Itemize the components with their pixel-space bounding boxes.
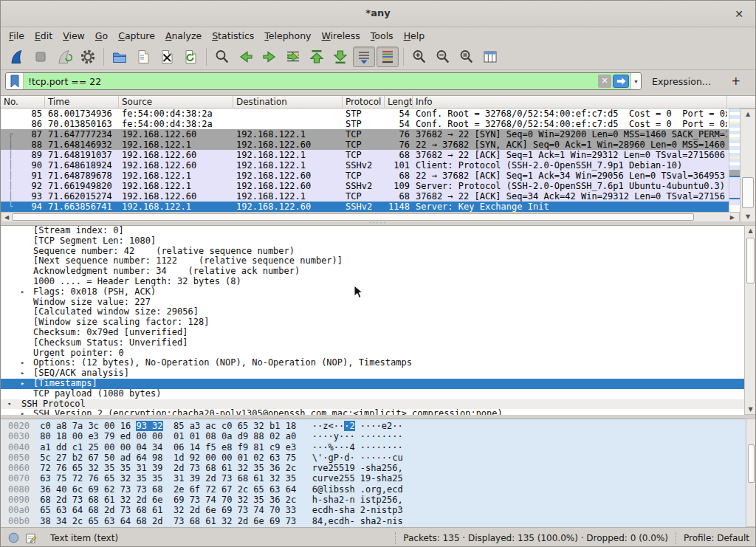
filter-apply-icon[interactable]	[613, 75, 629, 88]
colorize-icon[interactable]	[377, 47, 399, 67]
collapsed-icon[interactable]: ▸	[21, 368, 24, 379]
detail-line[interactable]: [Checksum Status: Unverified]	[1, 338, 755, 348]
hex-vscrollbar[interactable]	[746, 419, 756, 527]
packet-row-93[interactable]: 93│71.662015274192.168.122.60192.168.122…	[1, 191, 740, 202]
go-back-icon[interactable]	[235, 47, 257, 67]
intelligent-scrollbar-minimap[interactable]	[729, 109, 740, 212]
menu-item-capture[interactable]: Capture	[113, 29, 160, 43]
scroll-thumb[interactable]	[748, 444, 755, 483]
restart-capture-icon[interactable]	[53, 47, 75, 67]
hex-row[interactable]: 0080 36 40 6c 69 62 73 73 68 2e 6f 72 67…	[1, 484, 755, 495]
detail-line[interactable]: [TCP Segment Len: 1080]	[1, 236, 755, 247]
packet-row-92[interactable]: 92│71.661949820192.168.122.1192.168.122.…	[1, 181, 740, 191]
detail-line[interactable]: [Next sequence number: 1122 (relative se…	[1, 256, 755, 266]
profile-text[interactable]: Profile: Default	[684, 533, 749, 543]
expert-info-icon[interactable]	[8, 532, 19, 543]
filter-history-caret-icon[interactable]: ▾	[630, 73, 641, 89]
detail-line[interactable]: ▸[SEQ/ACK analysis]	[1, 368, 755, 379]
expanded-icon[interactable]: ▾	[7, 399, 11, 410]
scroll-thumb[interactable]	[746, 238, 755, 283]
menu-item-statistics[interactable]: Statistics	[207, 29, 259, 43]
column-header-protocol[interactable]: Protocol	[343, 96, 385, 108]
save-file-icon[interactable]	[132, 47, 154, 67]
resize-columns-icon[interactable]	[479, 47, 501, 67]
go-to-packet-icon[interactable]	[282, 47, 304, 67]
hex-row[interactable]: 0040 a1 dd c1 25 00 00 04 34 06 14 f5 e8…	[1, 442, 755, 453]
collapsed-icon[interactable]: ▸	[21, 409, 24, 415]
packet-row-89[interactable]: 89│71.648191037192.168.122.60192.168.122…	[1, 150, 740, 160]
close-file-icon[interactable]	[156, 47, 178, 67]
packet-row-91[interactable]: 91│71.648789678192.168.122.1192.168.122.…	[1, 171, 740, 181]
detail-line[interactable]: 1000 .... = Header Length: 32 bytes (8)	[1, 277, 755, 287]
detail-line[interactable]: Window size value: 227	[1, 297, 755, 308]
detail-line[interactable]: Sequence number: 42 (relative sequence n…	[1, 247, 755, 257]
scroll-thumb[interactable]	[742, 177, 754, 208]
collapsed-icon[interactable]: ▸	[21, 379, 24, 389]
zoom-out-icon[interactable]	[432, 47, 454, 67]
collapsed-icon[interactable]: ▸	[21, 358, 24, 368]
scroll-up-icon[interactable]: ▲	[740, 111, 755, 117]
capture-options-icon[interactable]	[77, 47, 99, 67]
hex-row[interactable]: 00b0 38 34 2c 65 63 64 68 2d 73 68 61 32…	[1, 516, 755, 526]
packet-row-86[interactable]: 8670.013850163fe:54:00:d4:38:2aSTP54Conf…	[1, 119, 740, 129]
detail-line[interactable]: Checksum: 0x79ed [unverified]	[1, 328, 755, 338]
detail-line[interactable]: ▾SSH Protocol	[1, 399, 755, 410]
packet-list-vscrollbar[interactable]: ▲ ▼	[740, 109, 756, 222]
column-header-destination[interactable]: Destination	[233, 96, 343, 108]
add-filter-button[interactable]: +	[726, 75, 745, 88]
packet-row-85[interactable]: 8568.001734936fe:54:00:d4:38:2aSTP54Conf…	[1, 109, 740, 119]
menu-item-analyze[interactable]: Analyze	[160, 29, 207, 43]
go-last-packet-icon[interactable]	[329, 47, 351, 67]
go-first-packet-icon[interactable]	[306, 47, 328, 67]
auto-scroll-icon[interactable]	[353, 47, 375, 67]
collapsed-icon[interactable]: ▸	[21, 287, 24, 297]
menu-item-edit[interactable]: Edit	[30, 29, 58, 43]
hex-row[interactable]: 0060 72 76 65 32 35 35 31 39 2d 73 68 61…	[1, 463, 755, 473]
expression-button[interactable]: Expression…	[652, 76, 711, 87]
scroll-left-icon[interactable]: ◀	[4, 213, 9, 221]
find-packet-icon[interactable]	[211, 47, 233, 67]
menu-item-file[interactable]: File	[4, 29, 30, 43]
scroll-right-icon[interactable]: ▶	[730, 213, 735, 221]
display-filter-input[interactable]	[24, 76, 598, 87]
scroll-down-icon[interactable]: ▼	[745, 406, 756, 413]
hex-row[interactable]: 0070 63 75 72 76 65 32 35 35 31 39 2d 73…	[1, 473, 755, 484]
column-header-length[interactable]: Length	[385, 96, 413, 108]
column-header-no[interactable]: No.	[1, 96, 45, 108]
detail-line[interactable]: [Stream index: 0]	[1, 226, 755, 236]
hex-row[interactable]: 00a0 65 63 64 68 2d 73 68 61 32 2d 6e 69…	[1, 505, 755, 515]
scroll-thumb[interactable]	[12, 213, 694, 221]
hex-row[interactable]: 0030 80 18 00 e3 79 ed 00 00 01 01 08 0a…	[1, 431, 755, 441]
menu-item-go[interactable]: Go	[90, 29, 113, 43]
detail-line[interactable]: Acknowledgment number: 34 (relative ack …	[1, 266, 755, 277]
detail-line[interactable]: ▸[Timestamps]	[1, 379, 755, 389]
menu-item-tools[interactable]: Tools	[365, 29, 399, 43]
open-file-icon[interactable]	[109, 47, 131, 67]
close-window-icon[interactable]: ✕	[732, 7, 746, 21]
detail-line[interactable]: Urgent pointer: 0	[1, 348, 755, 359]
menu-item-wireless[interactable]: Wireless	[317, 29, 365, 43]
stop-capture-icon[interactable]	[30, 47, 52, 67]
capture-comment-icon[interactable]	[25, 532, 37, 544]
packet-row-90[interactable]: 90│71.648618924192.168.122.60192.168.122…	[1, 160, 740, 171]
menu-item-telephony[interactable]: Telephony	[259, 29, 316, 43]
zoom-100-icon[interactable]	[456, 47, 478, 67]
packet-row-94[interactable]: 94└71.663856741192.168.122.1192.168.122.…	[1, 202, 740, 212]
display-filter-field[interactable]: ✕ ▾	[5, 72, 642, 90]
detail-line[interactable]: TCP payload (1080 bytes)	[1, 389, 755, 399]
detail-line[interactable]: ▸Flags: 0x018 (PSH, ACK)	[1, 287, 755, 297]
menu-item-help[interactable]: Help	[399, 29, 430, 43]
scroll-up-icon[interactable]: ▲	[745, 227, 756, 234]
start-capture-icon[interactable]	[6, 47, 28, 67]
column-header-info[interactable]: Info	[413, 96, 727, 108]
detail-line[interactable]: [Calculated window size: 29056]	[1, 307, 755, 317]
zoom-in-icon[interactable]	[408, 47, 430, 67]
packet-row-88[interactable]: 88│71.648146932192.168.122.1192.168.122.…	[1, 140, 740, 150]
hex-row[interactable]: 0050 5c 27 b2 67 50 ad 64 98 1d 92 00 00…	[1, 453, 755, 463]
detail-line[interactable]: ▸Options: (12 bytes), No-Operation (NOP)…	[1, 358, 755, 368]
filter-bookmark-icon[interactable]	[6, 73, 24, 89]
reload-file-icon[interactable]	[179, 47, 202, 67]
detail-line[interactable]: [Window size scaling factor: 128]	[1, 317, 755, 328]
detail-vscrollbar[interactable]: ▲ ▼	[744, 225, 756, 415]
column-header-source[interactable]: Source	[119, 96, 233, 108]
